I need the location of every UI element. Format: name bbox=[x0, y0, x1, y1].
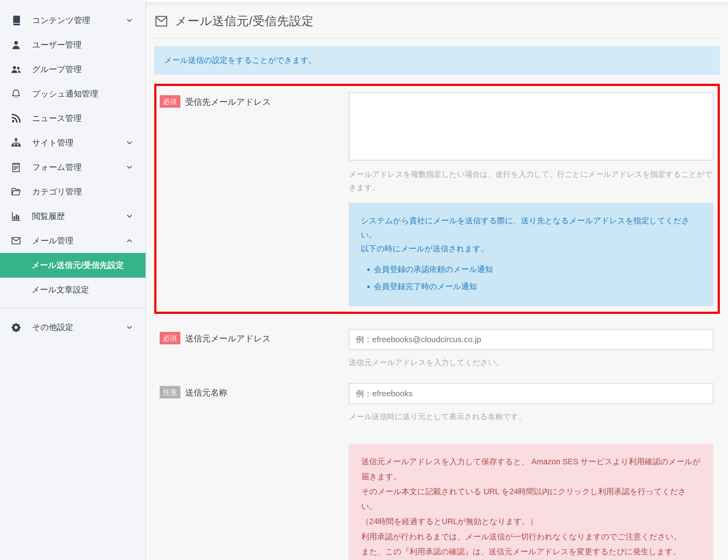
sidebar-item-label: フォーム管理 bbox=[32, 162, 82, 173]
sidebar-item-site[interactable]: サイト管理 bbox=[0, 131, 146, 155]
title-divider bbox=[154, 38, 720, 39]
main-content: メール送信元/受信先設定 メール送信の設定をすることができます。 必須 受信先メ… bbox=[146, 0, 728, 560]
users-icon bbox=[11, 64, 21, 75]
rss-icon bbox=[11, 113, 21, 123]
warning-line: また、この『利用承認の確認』は、送信元メールアドレスを変更するたびに発生します。 bbox=[361, 544, 701, 559]
annotation-red-box: 必須 受信先メールアドレス メールアドレスを複数指定したい場合は、改行を入力して… bbox=[154, 84, 720, 314]
sidebar-subitem-mail-sender-settings[interactable]: メール送信元/受信先設定 bbox=[0, 253, 146, 278]
sidebar: コンテンツ管理 ユーザー管理 グループ管理 プッシュ通知管理 bbox=[0, 0, 146, 560]
sender-name-field-label: 送信元名称 bbox=[185, 387, 227, 398]
sender-name-field-col: メール送信時に送り元として表示される名称です。 bbox=[349, 383, 713, 423]
sidebar-item-history[interactable]: 閲覧履歴 bbox=[0, 204, 146, 228]
sender-name-row: 任意 送信元名称 メール送信時に送り元として表示される名称です。 bbox=[154, 383, 720, 423]
recipient-email-row: 必須 受信先メールアドレス メールアドレスを複数指定したい場合は、改行を入力して… bbox=[160, 92, 713, 306]
recipient-email-textarea[interactable] bbox=[349, 92, 713, 160]
sidebar-item-groups[interactable]: グループ管理 bbox=[0, 57, 146, 82]
warning-line: 利用承認が行われるまでは、メール送信が一切行われなくなりますのでご注意ください。 bbox=[361, 529, 701, 544]
sidebar-item-label: ニュース管理 bbox=[32, 113, 82, 124]
sender-email-field-col: 送信元メールアドレスを入力してください。 bbox=[349, 329, 713, 369]
sender-name-input[interactable] bbox=[349, 383, 713, 404]
mail-title-icon bbox=[154, 15, 168, 27]
sidebar-item-label: サイト管理 bbox=[32, 137, 73, 148]
sidebar-item-form[interactable]: フォーム管理 bbox=[0, 155, 146, 180]
info-box-line: システムから貴社にメールを送信する際に、送り先となるメールアドレスを指定してくだ… bbox=[361, 214, 701, 242]
info-banner: メール送信の設定をすることができます。 bbox=[154, 46, 720, 75]
chevron-down-icon bbox=[125, 212, 134, 220]
info-box-bullet-list: 会員登録の承認依頼のメール通知 会員登録完了時のメール通知 bbox=[361, 262, 701, 294]
sender-name-helper-text: メール送信時に送り元として表示される名称です。 bbox=[349, 410, 713, 423]
chevron-up-icon bbox=[125, 237, 134, 245]
sidebar-item-label: コンテンツ管理 bbox=[32, 15, 90, 26]
sender-email-row: 必須 送信元メールアドレス 送信元メールアドレスを入力してください。 bbox=[154, 329, 720, 369]
sidebar-item-users[interactable]: ユーザー管理 bbox=[0, 33, 146, 57]
required-badge: 必須 bbox=[160, 332, 180, 344]
sidebar-item-label: プッシュ通知管理 bbox=[32, 88, 98, 100]
sidebar-item-category[interactable]: カテゴリ管理 bbox=[0, 180, 146, 204]
warning-row: 送信元メールアドレスを入力して保存すると、 Amazon SES サービスより利… bbox=[154, 444, 720, 560]
book-icon bbox=[11, 15, 21, 26]
warning-line: （24時間を経過するとURLが無効となります。） bbox=[361, 514, 701, 529]
sender-email-label-col: 必須 送信元メールアドレス bbox=[160, 329, 349, 369]
info-box-line: 以下の時にメールが送信されます。 bbox=[361, 242, 701, 256]
recipient-field-col: メールアドレスを複数指定したい場合は、改行を入力して、行ごとにメールアドレスを指… bbox=[349, 92, 713, 306]
sidebar-subitem-label: メール文章設定 bbox=[32, 284, 89, 295]
page-title: メール送信元/受信先設定 bbox=[175, 13, 314, 29]
sidebar-item-label: その他設定 bbox=[32, 322, 73, 333]
chevron-down-icon bbox=[125, 163, 134, 171]
sidebar-nav: コンテンツ管理 ユーザー管理 グループ管理 プッシュ通知管理 bbox=[0, 8, 146, 340]
sender-email-helper-text: 送信元メールアドレスを入力してください。 bbox=[349, 356, 713, 369]
bell-icon bbox=[11, 89, 21, 99]
sidebar-item-contents[interactable]: コンテンツ管理 bbox=[0, 8, 146, 33]
bar-chart-icon bbox=[11, 211, 21, 221]
sidebar-item-other-settings[interactable]: その他設定 bbox=[0, 315, 146, 340]
warning-spacer bbox=[160, 444, 349, 560]
sitemap-icon bbox=[11, 138, 21, 148]
sidebar-item-label: グループ管理 bbox=[32, 64, 82, 75]
recipient-label-col: 必須 受信先メールアドレス bbox=[160, 92, 349, 306]
sidebar-subitem-label: メール送信元/受信先設定 bbox=[32, 259, 124, 272]
warning-box: 送信元メールアドレスを入力して保存すると、 Amazon SES サービスより利… bbox=[349, 444, 713, 560]
sidebar-item-label: メール管理 bbox=[32, 235, 73, 246]
folder-open-icon bbox=[11, 187, 21, 197]
required-badge: 必須 bbox=[160, 95, 180, 108]
mail-icon bbox=[11, 236, 21, 246]
user-icon bbox=[11, 40, 21, 50]
sidebar-item-news[interactable]: ニュース管理 bbox=[0, 106, 146, 131]
warning-line: そのメール本文に記載されている URL を24時間以内にクリックし利用承認を行っ… bbox=[361, 484, 701, 514]
sidebar-item-label: カテゴリ管理 bbox=[32, 186, 82, 197]
form-icon bbox=[11, 162, 21, 172]
sidebar-item-label: ユーザー管理 bbox=[32, 39, 81, 51]
info-banner-text: メール送信の設定をすることができます。 bbox=[164, 56, 316, 64]
sidebar-item-mail[interactable]: メール管理 bbox=[0, 228, 146, 253]
sidebar-item-label: 閲覧履歴 bbox=[32, 211, 65, 222]
recipient-helper-text: メールアドレスを複数指定したい場合は、改行を入力して、行ごとにメールアドレスを指… bbox=[349, 168, 713, 194]
sender-email-field-label: 送信元メールアドレス bbox=[185, 333, 271, 344]
chevron-down-icon bbox=[125, 323, 134, 332]
optional-badge: 任意 bbox=[160, 386, 180, 398]
sidebar-subitem-mail-text-settings[interactable]: メール文章設定 bbox=[0, 278, 146, 302]
recipient-info-box: システムから貴社にメールを送信する際に、送り先となるメールアドレスを指定してくだ… bbox=[349, 203, 713, 306]
info-box-bullet: 会員登録の承認依頼のメール通知 bbox=[374, 262, 701, 277]
chevron-down-icon bbox=[125, 16, 134, 24]
warning-field-col: 送信元メールアドレスを入力して保存すると、 Amazon SES サービスより利… bbox=[349, 444, 713, 560]
recipient-field-label: 受信先メールアドレス bbox=[185, 96, 271, 108]
sidebar-item-push[interactable]: プッシュ通知管理 bbox=[0, 82, 146, 106]
sender-name-label-col: 任意 送信元名称 bbox=[160, 383, 349, 423]
chevron-down-icon bbox=[125, 139, 134, 147]
page-header: メール送信元/受信先設定 bbox=[154, 2, 720, 29]
warning-line: 送信元メールアドレスを入力して保存すると、 Amazon SES サービスより利… bbox=[361, 454, 701, 484]
gear-icon bbox=[11, 322, 21, 333]
sender-email-input[interactable] bbox=[349, 329, 713, 350]
info-box-bullet: 会員登録完了時のメール通知 bbox=[374, 280, 701, 294]
sidebar-divider bbox=[0, 308, 146, 308]
